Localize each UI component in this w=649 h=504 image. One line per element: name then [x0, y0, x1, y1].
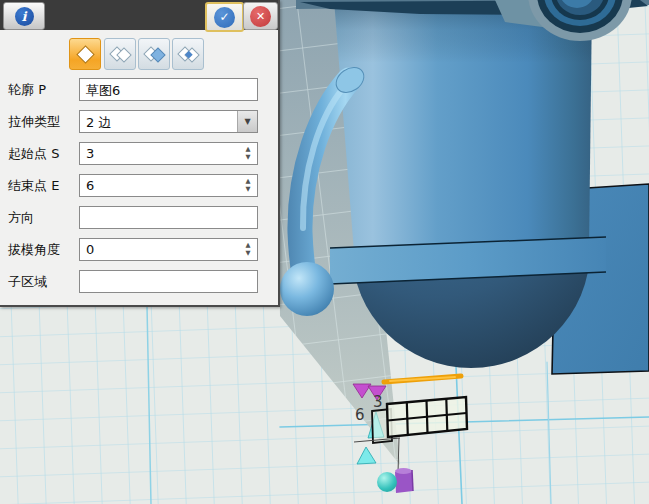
- diamond-single-icon: [74, 43, 97, 66]
- spin-down-icon[interactable]: ▼: [246, 155, 251, 160]
- mug-body: [334, 0, 592, 252]
- info-button[interactable]: i: [3, 2, 45, 30]
- profile-label: 轮廓 P: [8, 81, 46, 99]
- sketch-start-label: 3: [373, 393, 383, 411]
- end-point-spinner[interactable]: 6 ▲ ▼: [79, 174, 258, 197]
- draft-angle-label: 拔模角度: [8, 241, 60, 259]
- direction-label: 方向: [8, 209, 34, 227]
- start-point-label: 起始点 S: [8, 145, 59, 163]
- extrude-type-label: 拉伸类型: [8, 113, 60, 131]
- diamond-subtract-icon: [143, 43, 166, 66]
- spin-down-icon[interactable]: ▼: [246, 251, 251, 256]
- info-icon: i: [15, 7, 34, 26]
- toolbar-button-intersect-material[interactable]: [172, 38, 204, 70]
- close-icon: ✕: [250, 6, 271, 27]
- spin-down-icon[interactable]: ▼: [246, 187, 251, 192]
- toolbar-button-independent-solid[interactable]: [69, 38, 101, 70]
- extrude-feature-dialog: i ✓ ✕: [0, 0, 280, 307]
- extrude-type-dropdown[interactable]: 2 边 ▼: [79, 110, 258, 133]
- start-point-spinner[interactable]: 3 ▲ ▼: [79, 142, 258, 165]
- toolbar-button-subtract-material[interactable]: [138, 38, 170, 70]
- confirm-button[interactable]: ✓: [205, 2, 244, 32]
- draft-angle-spinner[interactable]: 0 ▲ ▼: [79, 238, 258, 261]
- diamond-add-icon: [109, 43, 132, 66]
- check-icon: ✓: [214, 7, 235, 28]
- profile-input[interactable]: 草图6: [79, 78, 258, 101]
- spin-up-icon[interactable]: ▲: [246, 243, 251, 248]
- dialog-titlebar[interactable]: i ✓ ✕: [0, 0, 278, 30]
- direction-input[interactable]: [79, 206, 258, 229]
- chevron-down-icon[interactable]: ▼: [237, 111, 257, 132]
- cancel-button[interactable]: ✕: [243, 2, 278, 30]
- toolbar-button-add-material[interactable]: [104, 38, 136, 70]
- diamond-intersect-icon: [177, 43, 200, 66]
- end-point-label: 结束点 E: [8, 177, 59, 195]
- app-window: 3 6 i: [0, 0, 649, 504]
- subregion-label: 子区域: [8, 273, 47, 291]
- spin-up-icon[interactable]: ▲: [246, 147, 251, 152]
- sketch-end-label: 6: [355, 406, 365, 424]
- subregion-input[interactable]: [79, 270, 258, 293]
- handle-ball: [280, 262, 334, 316]
- spin-up-icon[interactable]: ▲: [246, 179, 251, 184]
